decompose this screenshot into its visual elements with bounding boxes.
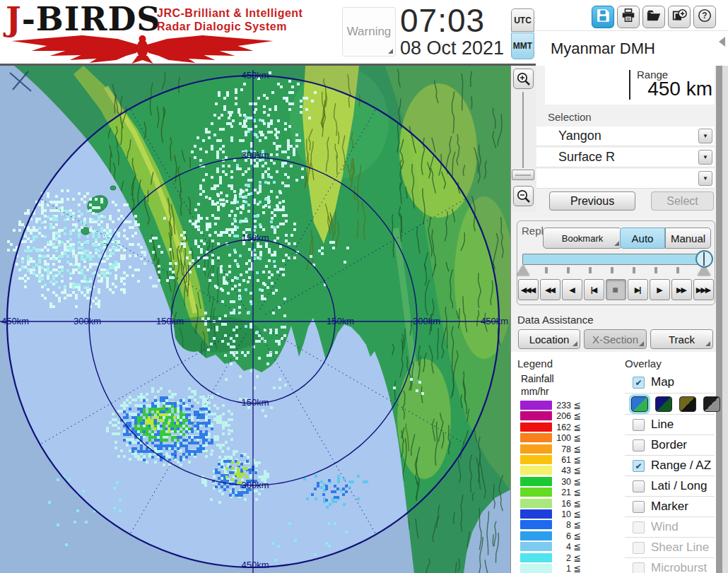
overlay-row-map[interactable]: ✔Map (625, 372, 715, 393)
play-reverse-button[interactable]: ◀ (562, 279, 582, 300)
overlay-row-marker[interactable]: Marker (625, 496, 715, 516)
overlay-item-label: Line (651, 418, 674, 432)
legend-value: 30 ≦ (544, 476, 581, 487)
checkbox-lati-long[interactable] (633, 480, 645, 492)
overlay-row-range-az[interactable]: ✔Range / AZ (625, 455, 715, 475)
timezone-utc-button[interactable]: UTC (511, 8, 534, 32)
overlay-row-wind[interactable]: Wind (625, 516, 715, 537)
checkbox-line[interactable] (633, 419, 645, 431)
map-style-swatch-3[interactable] (679, 396, 696, 412)
svg-text:300km: 300km (241, 150, 269, 160)
save-button[interactable] (592, 6, 614, 28)
overlay-row-line[interactable]: Line (625, 414, 715, 435)
panel-collapse-icon[interactable] (719, 37, 725, 47)
zoom-out-button[interactable] (513, 186, 534, 206)
open-folder-icon (646, 8, 662, 26)
help-icon: ? (697, 8, 712, 26)
add-view-icon (671, 8, 687, 26)
legend-value: 61 ≦ (544, 454, 581, 465)
replay-slider-handle[interactable] (695, 250, 713, 268)
zoom-slider-handle[interactable] (512, 170, 534, 180)
radar-map[interactable]: 450km300km150km150km300km450km450km300km… (0, 66, 510, 573)
overlay-row-border[interactable]: Border (625, 435, 715, 455)
play-button[interactable]: ▶ (650, 279, 670, 300)
legend-label: Legend (517, 358, 553, 370)
zoom-in-button[interactable] (513, 69, 534, 89)
legend-unit-2: mm/hr (521, 386, 549, 397)
print-icon (621, 8, 636, 26)
checkbox-range-az[interactable]: ✔ (633, 460, 645, 472)
previous-button[interactable]: Previous (549, 191, 635, 211)
track-button[interactable]: Track (650, 329, 713, 349)
logo-rest: -BIRDS (22, 0, 161, 38)
overlay-row-lati-long[interactable]: Lati / Long (625, 475, 715, 496)
replay-start-marker[interactable] (517, 265, 529, 276)
slider-tick (676, 267, 679, 273)
checkbox-map[interactable]: ✔ (633, 377, 645, 389)
svg-text:450km: 450km (481, 316, 508, 326)
forward-button[interactable]: ▶▶ (671, 279, 692, 300)
dropdown-2-value: Surface R (558, 150, 615, 165)
dropdown-3-arrow-icon[interactable]: ▼ (698, 171, 712, 186)
dropdown-3: ▼ (536, 169, 715, 189)
timezone-mmt-button[interactable]: MMT (511, 33, 534, 59)
zoom-slider-track[interactable] (522, 92, 524, 168)
map-style-swatch-2[interactable] (655, 396, 672, 412)
overlay-item-label: Shear Line (651, 540, 709, 555)
map-style-row (625, 393, 715, 413)
clock-time: 07:03 (400, 1, 485, 40)
overlay-row-microburst[interactable]: Microburst (625, 557, 715, 573)
print-button[interactable] (617, 6, 640, 28)
open-folder-button[interactable] (642, 6, 665, 28)
help-button[interactable]: ? (693, 6, 716, 28)
checkbox-shear-line[interactable] (633, 542, 645, 554)
replay-mode-auto[interactable]: Auto (620, 228, 665, 249)
checkbox-microburst[interactable] (633, 562, 645, 573)
checkbox-marker[interactable] (633, 501, 645, 513)
station-title: Myanmar DMH (551, 40, 655, 58)
step-forward-button[interactable]: ▶| (628, 279, 648, 300)
header: J-BIRDS JRC-Brilliant & Intelligent Rada… (0, 0, 728, 66)
overlay-row-shear-line[interactable]: Shear Line (625, 537, 715, 557)
svg-text:300km: 300km (413, 316, 440, 326)
location-button[interactable]: Location (518, 329, 580, 349)
replay-mode-manual[interactable]: Manual (665, 228, 711, 249)
legend-value: 206 ≦ (544, 410, 581, 421)
rewind-fast-button[interactable]: ◀◀◀ (518, 279, 539, 300)
panel-edge (722, 66, 728, 573)
forward-fast-button[interactable]: ▶▶▶ (693, 279, 714, 300)
legend-value: 16 ≦ (544, 498, 581, 509)
checkbox-wind[interactable] (633, 521, 645, 533)
select-button[interactable]: Select (651, 191, 714, 211)
panel-scrollbar[interactable] (716, 66, 722, 573)
slider-tick (567, 267, 570, 273)
bookmark-button[interactable]: Bookmark (543, 228, 622, 249)
rewind-button[interactable]: ◀◀ (540, 279, 560, 300)
add-view-button[interactable] (668, 6, 691, 28)
slider-tick (589, 267, 592, 273)
legend-value: 10 ≦ (544, 509, 581, 519)
logo-tagline: JRC-Brilliant & Intelligent Radar Dialog… (157, 6, 303, 33)
slider-tick (654, 267, 657, 273)
overlay-item-label: Border (651, 438, 687, 452)
logo-j: J (6, 0, 22, 38)
overlay-item-label: Wind (651, 520, 679, 534)
legend-value: 1 ≦ (544, 563, 581, 573)
checkbox-border[interactable] (633, 439, 645, 451)
map-style-swatch-4[interactable] (703, 396, 720, 412)
overlay-label: Overlay (625, 358, 662, 370)
dropdown-1-arrow-icon[interactable]: ▼ (698, 129, 712, 143)
stop-button[interactable]: ■ (606, 279, 626, 300)
eagle-logo-icon (3, 33, 282, 64)
step-back-button[interactable]: |◀ (584, 279, 604, 300)
slider-tick (545, 267, 548, 273)
overlay-item-label: Map (651, 375, 674, 389)
map-style-swatch-1[interactable] (631, 396, 648, 412)
warning-button[interactable]: Warning (342, 7, 396, 57)
replay-slider-track[interactable] (522, 254, 710, 265)
toolbar-separator (536, 30, 728, 31)
x-section-button[interactable]: X-Section (584, 329, 647, 349)
dropdown-2-arrow-icon[interactable]: ▼ (698, 150, 712, 165)
svg-text:300km: 300km (241, 480, 269, 490)
overlay-item-label: Microburst (651, 561, 707, 573)
